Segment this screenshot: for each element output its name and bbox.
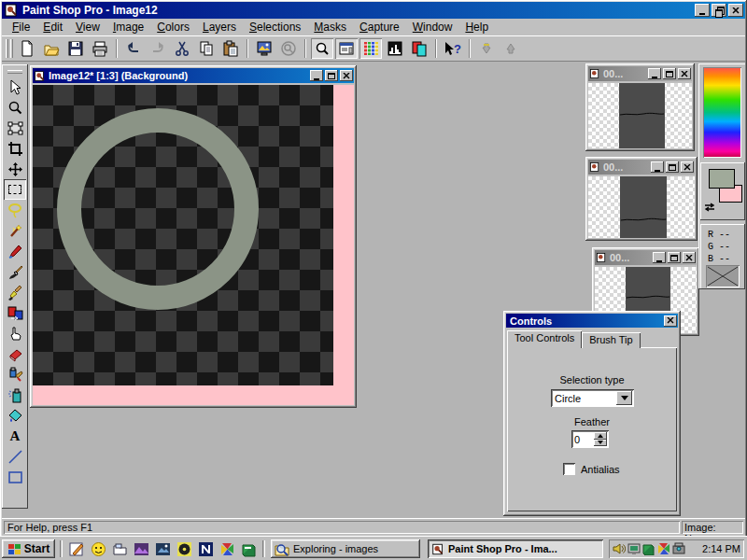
cut-button[interactable] [171, 38, 193, 59]
color-replacer-tool[interactable] [4, 302, 26, 323]
quicklaunch-folder-icon[interactable] [110, 540, 129, 557]
zoom-preview-disabled-button[interactable] [277, 38, 300, 59]
airbrush-tool[interactable] [4, 385, 26, 405]
undo-button[interactable] [122, 38, 145, 59]
move-up-button[interactable] [500, 38, 522, 59]
zoom-tool[interactable] [4, 97, 26, 118]
eraser-tool[interactable] [4, 343, 26, 364]
copy-button[interactable] [195, 38, 218, 59]
spin-down-button[interactable] [594, 440, 607, 447]
task-exploring[interactable]: Exploring - images [271, 539, 420, 558]
controls-titlebar[interactable]: Controls [506, 314, 678, 328]
palette-grip[interactable] [7, 70, 22, 74]
thumb2-close-button[interactable] [681, 161, 694, 173]
flood-fill-tool[interactable] [4, 405, 26, 426]
magic-wand-tool[interactable] [4, 220, 26, 241]
controls-close-button[interactable] [664, 315, 677, 327]
thumb1-minimize-button[interactable] [648, 68, 661, 79]
quicklaunch-notes-icon[interactable] [67, 540, 86, 557]
speaker-icon[interactable] [613, 542, 626, 555]
dropdown-button[interactable] [616, 391, 632, 405]
quicklaunch-image-viewer-icon[interactable] [132, 540, 150, 557]
save-button[interactable] [64, 38, 87, 59]
thumbnail-3-titlebar[interactable]: 00... [595, 250, 697, 265]
quicklaunch-book-icon[interactable] [239, 540, 258, 557]
shape-tool[interactable] [4, 467, 26, 487]
menu-file[interactable]: File [6, 19, 36, 35]
thumbnail-2-canvas[interactable] [588, 176, 695, 238]
menu-colors[interactable]: Colors [150, 19, 196, 35]
thumb3-maximize-button[interactable] [668, 252, 681, 263]
thumb2-minimize-button[interactable] [651, 161, 664, 173]
display-icon[interactable] [627, 542, 641, 555]
retouch-tool[interactable] [4, 323, 26, 343]
histogram-window-button[interactable] [384, 38, 406, 59]
task-paintshoppro[interactable]: Paint Shop Pro - Ima... [428, 539, 603, 558]
thumb1-close-button[interactable] [678, 68, 691, 79]
antialias-checkbox[interactable] [563, 463, 575, 475]
quicklaunch-netscape-icon[interactable] [196, 540, 215, 557]
menu-view[interactable]: View [69, 19, 106, 35]
thumbnail-2-titlebar[interactable]: 00... [588, 160, 695, 175]
deformation-tool[interactable] [4, 118, 26, 138]
quicklaunch-photo-icon[interactable] [153, 540, 172, 557]
menu-layers[interactable]: Layers [196, 19, 243, 35]
line-tool[interactable] [4, 446, 26, 467]
freehand-tool[interactable] [4, 200, 26, 220]
text-tool[interactable]: A [4, 426, 26, 446]
menu-help[interactable]: Help [458, 19, 495, 35]
tab-tool-controls[interactable]: Tool Controls [507, 330, 582, 348]
tray-pinwheel-icon[interactable] [657, 542, 670, 555]
thumb2-maximize-button[interactable] [666, 161, 679, 173]
paintbrush-tool[interactable] [4, 261, 26, 282]
arrow-tool[interactable] [4, 77, 26, 97]
menu-window[interactable]: Window [406, 19, 459, 35]
clone-brush-tool[interactable] [4, 282, 26, 302]
tab-brush-tip[interactable]: Brush Tip [582, 332, 640, 348]
scanner-icon[interactable] [672, 542, 685, 555]
minimize-button[interactable] [695, 4, 710, 17]
zoom-toggle-button[interactable] [311, 38, 333, 59]
selection-tool[interactable] [4, 179, 26, 200]
menu-masks[interactable]: Masks [307, 19, 353, 35]
context-help-button[interactable]: ? [442, 38, 464, 59]
menu-capture[interactable]: Capture [353, 19, 406, 35]
redo-button[interactable] [147, 38, 169, 59]
current-color-box[interactable] [706, 265, 740, 287]
dropper-tool[interactable] [4, 241, 26, 261]
image-maximize-button[interactable] [325, 70, 338, 81]
image-close-button[interactable] [340, 70, 353, 81]
print-button[interactable] [89, 38, 111, 59]
toggle-image-windows-button[interactable] [408, 38, 430, 59]
mover-tool[interactable] [4, 159, 26, 179]
feather-input[interactable] [571, 430, 594, 448]
spin-up-button[interactable] [594, 432, 607, 440]
color-picker-gradient[interactable] [703, 67, 741, 158]
thumbnail-1-canvas[interactable] [588, 83, 692, 148]
quicklaunch-smiley-icon[interactable] [89, 540, 107, 557]
swap-colors-icon[interactable] [703, 202, 716, 215]
move-down-button[interactable] [475, 38, 498, 59]
new-button[interactable] [16, 38, 38, 59]
menu-edit[interactable]: Edit [36, 19, 69, 35]
selection-type-dropdown[interactable]: Circle [551, 389, 634, 407]
thumb3-minimize-button[interactable] [653, 252, 666, 263]
tray-book-icon[interactable] [642, 542, 655, 555]
restore-button[interactable] [712, 4, 726, 17]
image-canvas[interactable] [33, 85, 354, 405]
color-palette-toggle-button[interactable] [359, 38, 382, 59]
crop-tool[interactable] [4, 138, 26, 159]
thumbnail-1-titlebar[interactable]: 00... [588, 66, 692, 81]
toolbar-grip[interactable] [6, 39, 8, 58]
image-minimize-button[interactable] [310, 70, 323, 81]
menu-image[interactable]: Image [106, 19, 150, 35]
start-button[interactable]: Start [2, 539, 55, 558]
toolbar-grip2[interactable] [10, 39, 13, 58]
picture-tube-tool[interactable] [4, 364, 26, 385]
foreground-color-swatch[interactable] [709, 169, 735, 189]
full-screen-preview-button[interactable] [253, 38, 275, 59]
normal-viewing-button[interactable] [335, 38, 358, 59]
menu-selections[interactable]: Selections [243, 19, 307, 35]
thumb1-maximize-button[interactable] [663, 68, 676, 79]
thumb3-close-button[interactable] [683, 252, 696, 263]
